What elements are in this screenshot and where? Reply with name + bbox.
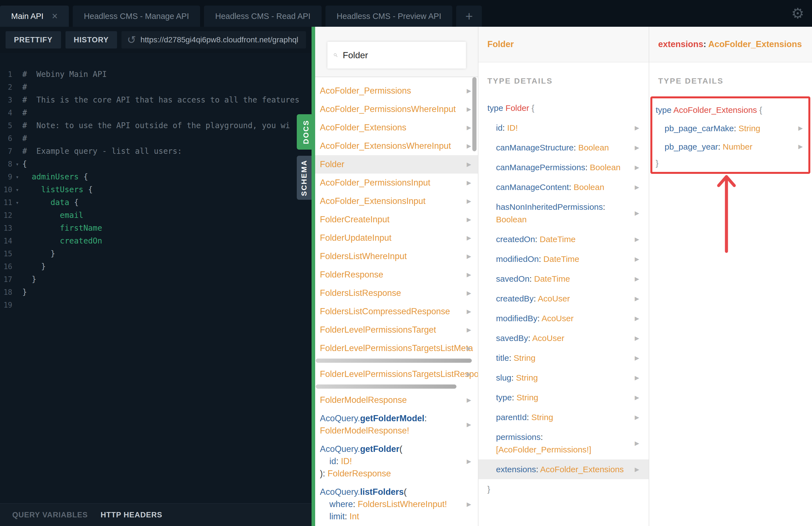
token: : bbox=[345, 512, 349, 521]
fold-arrow-icon[interactable]: ▾ bbox=[12, 183, 22, 196]
type-field-row[interactable]: canManageContent: Boolean▶ bbox=[478, 177, 649, 197]
add-tab-button[interactable]: + bbox=[456, 5, 482, 27]
token: : bbox=[528, 334, 532, 343]
panel-divider[interactable] bbox=[311, 27, 315, 526]
docs-list-item[interactable]: Folder▶ bbox=[315, 155, 478, 174]
reload-endpoint-icon[interactable]: ↺ bbox=[127, 34, 136, 46]
tab-main-api[interactable]: Main API× bbox=[0, 5, 69, 27]
type-field-row[interactable]: hasNonInheritedPermissions:Boolean▶ bbox=[478, 197, 649, 229]
token: ( bbox=[404, 487, 407, 497]
fold-arrow-icon[interactable]: ▾ bbox=[12, 171, 22, 183]
token: modifiedBy bbox=[496, 314, 537, 323]
type-row-line: [AcoFolder_Permissions!] bbox=[496, 443, 629, 456]
type-row-line: modifiedBy: AcoUser bbox=[496, 312, 629, 324]
chevron-right-icon: ▶ bbox=[467, 124, 471, 131]
close-icon[interactable]: × bbox=[52, 11, 58, 21]
docs-item-line: AcoFolder_Permissions bbox=[320, 85, 461, 97]
line-number: 6 bbox=[0, 132, 12, 145]
docs-side-tab[interactable]: DOCS bbox=[297, 114, 315, 150]
type-field-row[interactable]: createdBy: AcoUser▶ bbox=[478, 289, 649, 308]
line-number: 1 bbox=[0, 68, 12, 81]
endpoint-url-input[interactable] bbox=[141, 35, 300, 44]
token: } bbox=[656, 159, 658, 168]
fold-arrow-icon[interactable]: ▾ bbox=[12, 158, 22, 171]
docs-list-item[interactable]: FolderUpdateInput▶ bbox=[315, 229, 478, 247]
tab-headless-cms-read-api[interactable]: Headless CMS - Read API bbox=[204, 5, 322, 27]
token: canManagePermissions bbox=[496, 163, 585, 172]
tab-headless-cms-manage-api[interactable]: Headless CMS - Manage API bbox=[73, 5, 200, 27]
history-button[interactable]: HISTORY bbox=[66, 31, 117, 48]
docs-list-item[interactable]: AcoFolder_Extensions▶ bbox=[315, 118, 478, 137]
docs-item-line: ): FolderResponse bbox=[320, 467, 461, 480]
docs-list-item[interactable]: FolderResponse▶ bbox=[315, 265, 478, 284]
docs-list-item[interactable]: AcoFolder_ExtensionsWhereInput▶ bbox=[315, 137, 478, 155]
query-variables-tab[interactable]: QUERY VARIABLES bbox=[12, 511, 88, 519]
token: AcoUser bbox=[541, 314, 574, 323]
prettify-button[interactable]: PRETTIFY bbox=[5, 31, 61, 48]
chevron-right-icon: ▶ bbox=[467, 161, 471, 168]
type-field-row[interactable]: canManageStructure: Boolean▶ bbox=[478, 137, 649, 157]
token: : bbox=[536, 465, 540, 474]
settings-gear-icon[interactable]: ⚙ bbox=[791, 4, 804, 22]
docs-list-item[interactable]: AcoQuery.getFolder(id: ID!): FolderRespo… bbox=[315, 440, 478, 483]
type-field-row[interactable]: slug: String▶ bbox=[478, 368, 649, 388]
docs-list-item[interactable]: AcoFolder_PermissionsInput▶ bbox=[315, 174, 478, 192]
type-field-row[interactable]: modifiedOn: DateTime▶ bbox=[478, 249, 649, 269]
token: AcoFolder_ExtensionsWhereInput bbox=[320, 141, 451, 151]
type-field-row[interactable]: extensions: AcoFolder_Extensions▶ bbox=[478, 459, 649, 479]
token: hasNonInheritedPermissions bbox=[496, 202, 603, 211]
type-row-line: pb_page_year: Number bbox=[665, 141, 789, 153]
http-headers-tab[interactable]: HTTP HEADERS bbox=[101, 511, 162, 519]
chevron-right-icon: ▶ bbox=[635, 335, 639, 341]
type-row-line: type AcoFolder_Extensions { bbox=[656, 104, 789, 116]
type-field-row[interactable]: id: ID!▶ bbox=[478, 118, 649, 137]
docs-list-item[interactable]: FoldersListWhereInput▶ bbox=[315, 247, 478, 265]
horizontal-scrollbar[interactable] bbox=[316, 384, 456, 389]
type-field-row[interactable]: permissions:[AcoFolder_Permissions!]▶ bbox=[478, 427, 649, 459]
docs-list-item[interactable]: FoldersListCompressedResponse▶ bbox=[315, 302, 478, 321]
docs-list-item[interactable]: FolderLevelPermissionsTargetsListRespo▶ bbox=[315, 365, 478, 383]
token: Boolean bbox=[578, 143, 609, 152]
docs-list-item[interactable]: FoldersListResponse▶ bbox=[315, 284, 478, 302]
fold-arrow-icon[interactable]: ▾ bbox=[12, 196, 22, 209]
docs-list-item[interactable]: FolderModelResponse▶ bbox=[315, 391, 478, 409]
query-editor[interactable]: 1# Webiny Main API2#3# This is the core … bbox=[0, 53, 311, 503]
horizontal-scrollbar[interactable] bbox=[316, 359, 472, 363]
line-number: 16 bbox=[0, 260, 12, 273]
code-text: email bbox=[22, 209, 311, 222]
type-field-row[interactable]: savedOn: DateTime▶ bbox=[478, 269, 649, 289]
type-field-row[interactable]: type: String▶ bbox=[478, 388, 649, 407]
token: String bbox=[516, 373, 538, 382]
type-field-row[interactable]: canManagePermissions: Boolean▶ bbox=[478, 157, 649, 177]
token: type bbox=[656, 105, 671, 115]
token: : bbox=[509, 353, 514, 363]
token bbox=[22, 198, 50, 207]
tab-headless-cms-preview-api[interactable]: Headless CMS - Preview API bbox=[325, 5, 452, 27]
fold-gutter bbox=[12, 119, 22, 132]
docs-side-tab-label: DOCS bbox=[302, 120, 310, 144]
docs-list-item[interactable]: AcoFolder_Permissions▶ bbox=[315, 82, 478, 100]
schema-side-tab[interactable]: SCHEMA bbox=[297, 156, 311, 200]
chevron-right-icon: ▶ bbox=[467, 106, 471, 113]
docs-list-item[interactable]: FolderLevelPermissionsTargetsListMeta▶ bbox=[315, 339, 478, 357]
docs-list-item[interactable]: AcoFolder_ExtensionsInput▶ bbox=[315, 192, 478, 210]
type-field-row[interactable]: pb_page_year: Number▶ bbox=[652, 137, 808, 156]
type-row-line: type: String bbox=[496, 391, 629, 404]
docs-list-item[interactable]: AcoQuery.getFolderModel:FolderModelRespo… bbox=[315, 409, 478, 440]
type-field-row[interactable]: pb_page_carMake: String▶ bbox=[652, 119, 808, 137]
docs-list-item[interactable]: FolderLevelPermissionsTarget▶ bbox=[315, 321, 478, 339]
type-field-row[interactable]: parentId: String▶ bbox=[478, 407, 649, 427]
token: AcoFolder_Extensions bbox=[540, 465, 624, 474]
type-field-row[interactable]: createdOn: DateTime▶ bbox=[478, 229, 649, 249]
type-field-row[interactable]: modifiedBy: AcoUser▶ bbox=[478, 308, 649, 328]
docs-list-item[interactable]: FolderCreateInput▶ bbox=[315, 210, 478, 229]
docs-list-item[interactable]: AcoQuery.listFolders(where: FoldersListW… bbox=[315, 483, 478, 526]
type-field-row[interactable]: title: String▶ bbox=[478, 348, 649, 368]
type-field-row[interactable]: savedBy: AcoUser▶ bbox=[478, 328, 649, 348]
docs-search-input[interactable] bbox=[343, 50, 460, 60]
token: AcoFolder_ExtensionsInput bbox=[320, 196, 425, 206]
token: AcoFolder_Extensions bbox=[320, 122, 406, 132]
fold-gutter bbox=[12, 247, 22, 260]
docs-list-item[interactable]: AcoFolder_PermissionsWhereInput▶ bbox=[315, 100, 478, 118]
token: createdOn bbox=[496, 235, 535, 244]
